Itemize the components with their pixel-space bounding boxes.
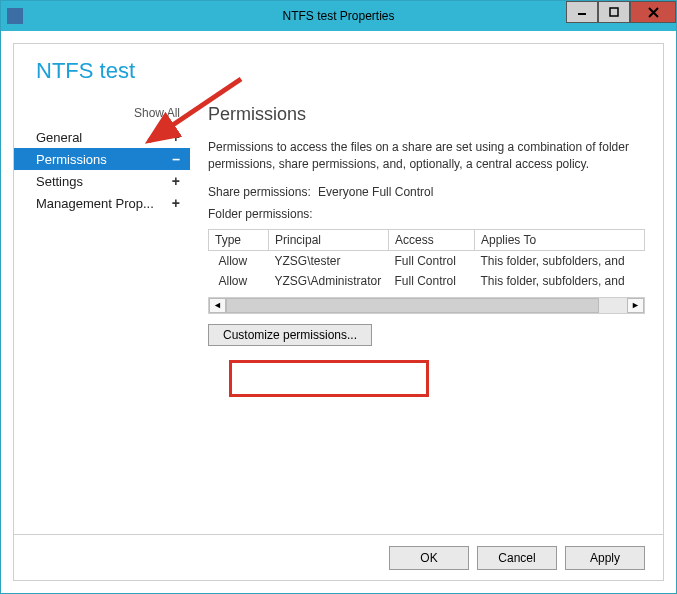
horizontal-scrollbar[interactable]: ◄ ►	[208, 297, 645, 314]
section-title: Permissions	[208, 104, 645, 125]
cell-applies: This folder, subfolders, and	[475, 250, 645, 271]
cell-type: Allow	[209, 271, 269, 291]
cell-principal: YZSG\Administrator	[269, 271, 389, 291]
table-row[interactable]: Allow YZSG\tester Full Control This fold…	[209, 250, 645, 271]
section-description: Permissions to access the files on a sha…	[208, 139, 645, 173]
app-icon	[7, 8, 23, 24]
maximize-button[interactable]	[598, 1, 630, 23]
show-all-link[interactable]: Show All	[14, 104, 190, 126]
sidebar-item-general[interactable]: General +	[14, 126, 190, 148]
permissions-table: Type Principal Access Applies To Allow Y…	[208, 229, 645, 314]
col-type[interactable]: Type	[209, 229, 269, 250]
properties-window: NTFS test Properties NTFS test Show All …	[0, 0, 677, 594]
scroll-track[interactable]	[226, 298, 627, 313]
scroll-thumb[interactable]	[226, 298, 599, 313]
share-permissions-label: Share permissions:	[208, 185, 311, 199]
cell-access: Full Control	[389, 271, 475, 291]
dialog-footer: OK Cancel Apply	[14, 534, 663, 580]
share-permissions-line: Share permissions: Everyone Full Control	[208, 185, 645, 199]
minimize-button[interactable]	[566, 1, 598, 23]
sidebar-item-label: Management Prop...	[36, 196, 154, 211]
folder-permissions-label: Folder permissions:	[208, 207, 645, 221]
apply-button[interactable]: Apply	[565, 546, 645, 570]
sidebar: Show All General + Permissions – Setting…	[14, 100, 190, 532]
sidebar-item-label: Permissions	[36, 152, 107, 167]
collapse-icon: –	[172, 151, 180, 167]
cell-applies: This folder, subfolders, and	[475, 271, 645, 291]
content-area: NTFS test Show All General + Permissions…	[1, 31, 676, 593]
cancel-button[interactable]: Cancel	[477, 546, 557, 570]
col-applies-to[interactable]: Applies To	[475, 229, 645, 250]
expand-icon: +	[172, 173, 180, 189]
customize-permissions-button[interactable]: Customize permissions...	[208, 324, 372, 346]
table-row[interactable]: Allow YZSG\Administrator Full Control Th…	[209, 271, 645, 291]
cell-principal: YZSG\tester	[269, 250, 389, 271]
window-controls	[566, 1, 676, 23]
sidebar-item-label: Settings	[36, 174, 83, 189]
sidebar-item-permissions[interactable]: Permissions –	[14, 148, 190, 170]
inner-panel: NTFS test Show All General + Permissions…	[13, 43, 664, 581]
table-header-row: Type Principal Access Applies To	[209, 229, 645, 250]
cell-type: Allow	[209, 250, 269, 271]
sidebar-item-label: General	[36, 130, 82, 145]
close-button[interactable]	[630, 1, 676, 23]
expand-icon: +	[172, 129, 180, 145]
sidebar-item-settings[interactable]: Settings +	[14, 170, 190, 192]
main-panel: Permissions Permissions to access the fi…	[190, 100, 663, 532]
col-access[interactable]: Access	[389, 229, 475, 250]
svg-rect-1	[610, 8, 618, 16]
col-principal[interactable]: Principal	[269, 229, 389, 250]
scroll-left-icon[interactable]: ◄	[209, 298, 226, 313]
page-title: NTFS test	[14, 44, 663, 84]
cell-access: Full Control	[389, 250, 475, 271]
ok-button[interactable]: OK	[389, 546, 469, 570]
share-permissions-value: Everyone Full Control	[318, 185, 433, 199]
titlebar[interactable]: NTFS test Properties	[1, 1, 676, 31]
expand-icon: +	[172, 195, 180, 211]
sidebar-item-management-prop[interactable]: Management Prop... +	[14, 192, 190, 214]
scroll-right-icon[interactable]: ►	[627, 298, 644, 313]
